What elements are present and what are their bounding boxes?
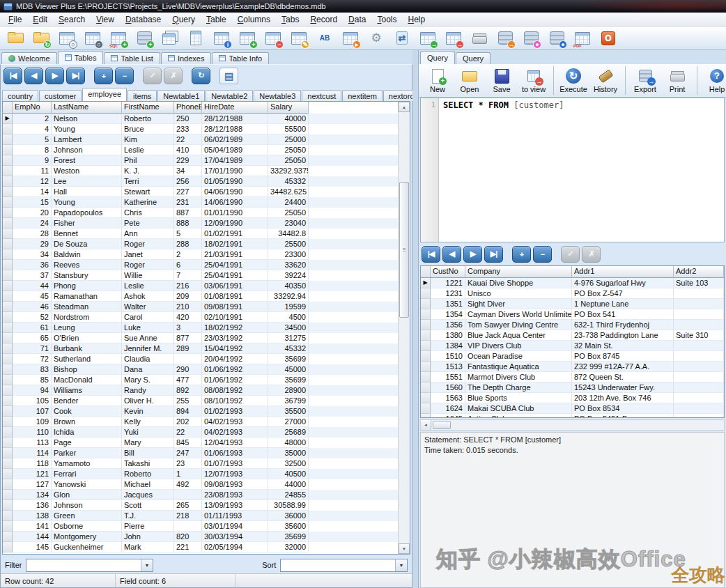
cell-firstname[interactable]: Takashi (122, 458, 174, 469)
cell-lastname[interactable]: O'Brien (52, 333, 122, 343)
record-marker[interactable] (421, 320, 431, 330)
record-marker[interactable] (3, 469, 13, 479)
record-marker[interactable] (421, 330, 431, 341)
navigator-button[interactable]: ◀ (24, 68, 43, 84)
cell-hiredate[interactable]: 06/02/1989 (202, 134, 268, 145)
query-button[interactable]: Help (701, 66, 726, 95)
query-button[interactable]: Save (486, 66, 518, 95)
cell-salary[interactable]: 30588.99 (268, 500, 309, 511)
cell-firstname[interactable]: Dana (122, 364, 174, 375)
cell-empno[interactable]: 110 (13, 427, 52, 438)
cell-custno[interactable]: 1624 (431, 403, 465, 414)
cell-hiredate[interactable]: 01/08/1991 (202, 291, 268, 302)
cell-addr1[interactable]: PO Box Z-547 (572, 288, 674, 299)
cell-phoneext[interactable]: 877 (174, 333, 202, 343)
record-marker[interactable] (421, 309, 431, 320)
cell-salary[interactable]: 34482.8 (268, 229, 309, 239)
cell-phoneext[interactable] (174, 490, 202, 500)
record-marker[interactable] (3, 427, 13, 438)
table-row[interactable]: 1356 Tom Sawyer Diving Centre 632-1 Thir… (421, 320, 724, 330)
record-marker[interactable] (3, 239, 13, 249)
query-button[interactable]: Export (629, 66, 661, 95)
cell-company[interactable]: Blue Sports (465, 393, 572, 403)
cell-lastname[interactable]: Reeves (52, 260, 122, 270)
record-marker[interactable] (421, 362, 431, 372)
table-row[interactable]: 145 Guckenheimer Mark 221 02/05/1994 320… (3, 542, 410, 552)
menu-item[interactable]: Data (343, 13, 371, 26)
table-row[interactable]: 94 Williams Randy 892 08/08/1992 28900 (3, 385, 410, 396)
cell-phoneext[interactable]: 410 (174, 145, 202, 155)
cell-salary[interactable]: 55500 (268, 124, 309, 134)
cell-salary[interactable]: 33292.9375 (268, 166, 309, 176)
navigator-button[interactable]: ✓ (561, 246, 580, 263)
toolbar-icon[interactable]: AB (315, 29, 334, 48)
table-row[interactable]: 138 Green T.J. 218 01/11/1993 36000 (3, 511, 410, 521)
table-row[interactable]: 28 Bennet Ann 5 01/02/1991 34482.8 (3, 229, 410, 239)
cell-hiredate[interactable]: 02/10/1991 (202, 312, 268, 323)
record-marker[interactable] (3, 438, 13, 448)
cell-salary[interactable]: 34500 (268, 323, 309, 333)
table-row[interactable]: 71 Burbank Jennifer M. 289 15/04/1992 45… (3, 343, 410, 354)
cell-hiredate[interactable]: 08/08/1992 (202, 385, 268, 396)
cell-addr1[interactable]: 4-976 Sugarloaf Hwy (572, 278, 674, 288)
navigator-button[interactable]: + (94, 68, 113, 84)
cell-custno[interactable]: 1356 (431, 320, 465, 330)
query-button[interactable]: Open (454, 66, 486, 95)
cell-salary[interactable]: 4500 (268, 312, 309, 323)
table-tab[interactable]: nextitem (342, 90, 383, 101)
cell-salary[interactable]: 39224 (268, 270, 309, 281)
toolbar-icon[interactable]: → (444, 29, 463, 48)
cell-phoneext[interactable]: 5 (174, 229, 202, 239)
cell-firstname[interactable]: Roberto (122, 114, 174, 124)
cell-empno[interactable]: 138 (13, 511, 52, 521)
column-header[interactable]: HireDate (202, 102, 268, 114)
cell-firstname[interactable]: Stewart (122, 187, 174, 197)
cell-custno[interactable]: 1354 (431, 309, 465, 320)
cell-phoneext[interactable]: 255 (174, 396, 202, 406)
record-marker[interactable] (421, 414, 431, 418)
cell-salary[interactable]: 32500 (268, 458, 309, 469)
cell-salary[interactable]: 45000 (268, 364, 309, 375)
filter-combobox[interactable]: ▼ (26, 559, 153, 572)
cell-salary[interactable]: 35600 (268, 521, 309, 532)
cell-lastname[interactable]: Nelson (52, 114, 122, 124)
record-marker[interactable] (3, 385, 13, 396)
cell-salary[interactable]: 19599 (268, 302, 309, 312)
record-marker[interactable] (3, 197, 13, 208)
record-marker[interactable] (421, 393, 431, 403)
cell-addr1[interactable]: PO Box 8534 (572, 403, 674, 414)
record-marker[interactable] (421, 341, 431, 351)
scroll-left-icon[interactable]: ◄ (421, 420, 431, 430)
cell-hiredate[interactable]: 23/08/1993 (202, 490, 268, 500)
cell-salary[interactable]: 40350 (268, 281, 309, 291)
cell-phoneext[interactable]: 420 (174, 312, 202, 323)
record-marker[interactable] (3, 417, 13, 427)
table-row[interactable]: 1384 VIP Divers Club 32 Main St. (421, 341, 724, 351)
cell-custno[interactable]: 1384 (431, 341, 465, 351)
toolbar-icon[interactable]: O (598, 29, 618, 48)
cell-salary[interactable]: 45332 (268, 343, 309, 354)
query-button[interactable]: New (422, 66, 454, 95)
cell-custno[interactable]: 1551 (431, 372, 465, 382)
table-tab[interactable]: customer (39, 90, 82, 101)
cell-hiredate[interactable]: 01/05/1990 (202, 176, 268, 187)
cell-addr1[interactable]: 32 Main St. (572, 341, 674, 351)
sort-value[interactable] (281, 559, 395, 571)
cell-firstname[interactable]: Roberto (122, 469, 174, 479)
column-header[interactable]: LastName (52, 102, 122, 114)
table-row[interactable]: 1513 Fantastique Aquatica Z32 999 #12A-7… (421, 362, 724, 372)
cell-addr1[interactable]: PO Box 541 (572, 309, 674, 320)
cell-empno[interactable]: 9 (13, 155, 52, 166)
cell-empno[interactable]: 145 (13, 542, 52, 552)
cell-empno[interactable]: 14 (13, 187, 52, 197)
dropdown-arrow-icon[interactable]: ▼ (141, 559, 153, 571)
column-header[interactable]: PhoneExt (174, 102, 202, 114)
cell-salary[interactable]: 27000 (268, 417, 309, 427)
cell-empno[interactable]: 83 (13, 364, 52, 375)
cell-salary[interactable]: 35699 (268, 532, 309, 542)
cell-firstname[interactable]: Pete (122, 218, 174, 229)
cell-hiredate[interactable]: 01/11/1993 (202, 511, 268, 521)
cell-firstname[interactable]: Jacques (122, 490, 174, 500)
toolbar-icon[interactable] (160, 29, 180, 48)
cell-phoneext[interactable]: 233 (174, 124, 202, 134)
